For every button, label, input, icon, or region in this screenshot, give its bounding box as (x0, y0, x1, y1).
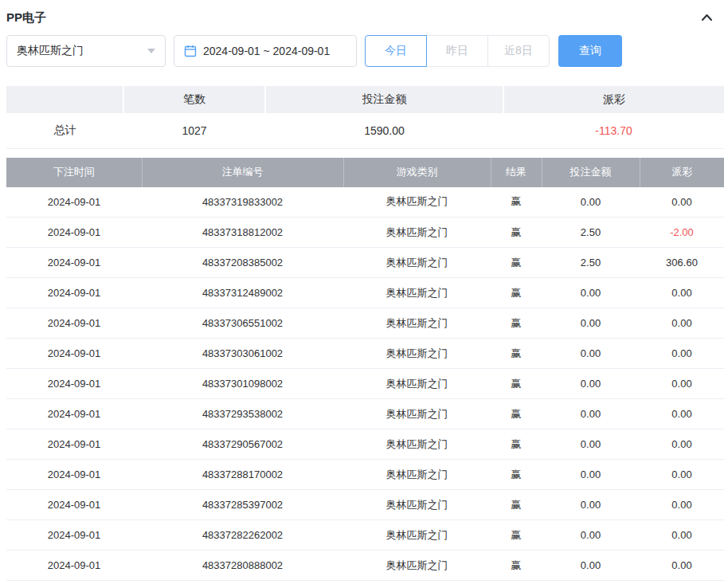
cell-bet-time: 2024-09-01 (6, 551, 142, 581)
cell-bet-amount: 0.00 (542, 308, 640, 339)
cell-bet-amount: 0.00 (542, 369, 640, 399)
collapse-button[interactable] (701, 13, 713, 22)
cell-bet-time: 2024-09-01 (6, 399, 142, 429)
cell-payout: 0.00 (640, 490, 724, 520)
cell-payout: 0.00 (640, 369, 724, 399)
table-row: 2024-09-01 48337319833002 奥林匹斯之门 赢 0.00 … (6, 187, 724, 218)
cell-order-number: 48337293538002 (142, 399, 343, 429)
cell-payout: 0.00 (640, 339, 724, 369)
yesterday-button[interactable]: 昨日 (426, 35, 488, 67)
cell-result: 赢 (491, 490, 542, 520)
cell-payout: 0.00 (640, 399, 724, 429)
table-row: 2024-09-01 48337318812002 奥林匹斯之门 赢 2.50 … (6, 218, 724, 248)
cell-result: 赢 (491, 460, 542, 490)
cell-order-number: 48337280888002 (142, 551, 343, 581)
summary-header-payout: 派彩 (503, 86, 724, 113)
cell-order-number: 48337290567002 (142, 429, 343, 460)
cell-bet-amount: 0.00 (542, 399, 640, 429)
cell-payout: 0.00 (640, 551, 724, 581)
cell-order-number: 48337282262002 (142, 520, 343, 551)
summary-header-blank (6, 86, 123, 113)
cell-order-number: 48337288170002 (142, 460, 343, 490)
cell-bet-amount: 0.00 (542, 339, 640, 369)
chevron-down-icon (147, 49, 155, 53)
cell-payout: -2.00 (640, 218, 724, 248)
cell-payout: 0.00 (640, 308, 724, 339)
cell-game-category: 奥林匹斯之门 (343, 399, 491, 429)
header-payout: 派彩 (640, 158, 724, 187)
cell-game-category: 奥林匹斯之门 (343, 308, 491, 339)
cell-order-number: 48337208385002 (142, 248, 343, 278)
cell-game-category: 奥林匹斯之门 (343, 218, 491, 248)
cell-bet-amount: 2.50 (542, 218, 640, 248)
summary-total-label: 总计 (6, 113, 123, 148)
summary-header-count: 笔数 (123, 86, 265, 113)
cell-bet-amount: 0.00 (542, 429, 640, 460)
cell-game-category: 奥林匹斯之门 (343, 369, 491, 399)
cell-result: 赢 (491, 248, 542, 278)
table-row: 2024-09-01 48337306551002 奥林匹斯之门 赢 0.00 … (6, 308, 724, 339)
summary-header-row: 笔数 投注金额 派彩 (6, 86, 724, 113)
table-row: 2024-09-01 48337285397002 奥林匹斯之门 赢 0.00 … (6, 490, 724, 520)
header-order-number: 注单编号 (142, 158, 343, 187)
cell-payout: 0.00 (640, 520, 724, 551)
cell-result: 赢 (491, 551, 542, 581)
date-range-value: 2024-09-01 ~ 2024-09-01 (203, 45, 330, 57)
cell-bet-time: 2024-09-01 (6, 278, 142, 308)
cell-game-category: 奥林匹斯之门 (343, 460, 491, 490)
cell-order-number: 48337312489002 (142, 278, 343, 308)
summary-total-bet-amount: 1590.00 (265, 113, 503, 148)
cell-bet-time: 2024-09-01 (6, 490, 142, 520)
cell-bet-amount: 0.00 (542, 520, 640, 551)
panel-header: PP电子 (6, 0, 724, 35)
cell-result: 赢 (491, 339, 542, 369)
header-game-category: 游戏类别 (343, 158, 491, 187)
cell-game-category: 奥林匹斯之门 (343, 429, 491, 460)
cell-game-category: 奥林匹斯之门 (343, 248, 491, 278)
cell-bet-amount: 0.00 (542, 551, 640, 581)
cell-result: 赢 (491, 308, 542, 339)
last-8-days-button[interactable]: 近8日 (487, 35, 550, 67)
table-row: 2024-09-01 48337290567002 奥林匹斯之门 赢 0.00 … (6, 429, 724, 460)
cell-game-category: 奥林匹斯之门 (343, 278, 491, 308)
summary-header-bet-amount: 投注金额 (265, 86, 503, 113)
date-range-picker[interactable]: 2024-09-01 ~ 2024-09-01 (174, 35, 357, 67)
cell-bet-time: 2024-09-01 (6, 520, 142, 551)
cell-bet-amount: 0.00 (542, 490, 640, 520)
cell-order-number: 48337306551002 (142, 308, 343, 339)
table-row: 2024-09-01 48337303061002 奥林匹斯之门 赢 0.00 … (6, 339, 724, 369)
cell-game-category: 奥林匹斯之门 (343, 520, 491, 551)
cell-result: 赢 (491, 369, 542, 399)
table-row: 2024-09-01 48337282262002 奥林匹斯之门 赢 0.00 … (6, 520, 724, 551)
header-result: 结果 (491, 158, 542, 187)
summary-total-row: 总计 1027 1590.00 -113.70 (6, 113, 724, 148)
cell-bet-time: 2024-09-01 (6, 460, 142, 490)
table-row: 2024-09-01 48337312489002 奥林匹斯之门 赢 0.00 … (6, 278, 724, 308)
today-button[interactable]: 今日 (365, 35, 427, 67)
cell-bet-time: 2024-09-01 (6, 248, 142, 278)
summary-table: 笔数 投注金额 派彩 总计 1027 1590.00 -113.70 (6, 86, 724, 149)
cell-order-number: 48337301098002 (142, 369, 343, 399)
cell-result: 赢 (491, 520, 542, 551)
game-select[interactable]: 奥林匹斯之门 (6, 35, 166, 67)
table-row: 2024-09-01 48337288170002 奥林匹斯之门 赢 0.00 … (6, 460, 724, 490)
cell-bet-time: 2024-09-01 (6, 218, 142, 248)
chevron-up-icon (701, 13, 713, 22)
header-bet-time: 下注时间 (6, 158, 142, 187)
cell-bet-time: 2024-09-01 (6, 187, 142, 218)
table-row: 2024-09-01 48337280888002 奥林匹斯之门 赢 0.00 … (6, 551, 724, 581)
table-row: 2024-09-01 48337293538002 奥林匹斯之门 赢 0.00 … (6, 399, 724, 429)
cell-payout: 0.00 (640, 278, 724, 308)
query-button[interactable]: 查询 (558, 35, 622, 67)
header-bet-amount: 投注金额 (542, 158, 640, 187)
cell-bet-amount: 0.00 (542, 187, 640, 218)
records-table: 下注时间 注单编号 游戏类别 结果 投注金额 派彩 2024-09-01 483… (6, 158, 724, 582)
cell-order-number: 48337303061002 (142, 339, 343, 369)
cell-order-number: 48337319833002 (142, 187, 343, 218)
summary-total-payout: -113.70 (503, 113, 724, 148)
records-table-body: 2024-09-01 48337319833002 奥林匹斯之门 赢 0.00 … (6, 187, 724, 581)
cell-bet-amount: 0.00 (542, 460, 640, 490)
cell-result: 赢 (491, 187, 542, 218)
cell-game-category: 奥林匹斯之门 (343, 551, 491, 581)
cell-payout: 0.00 (640, 429, 724, 460)
